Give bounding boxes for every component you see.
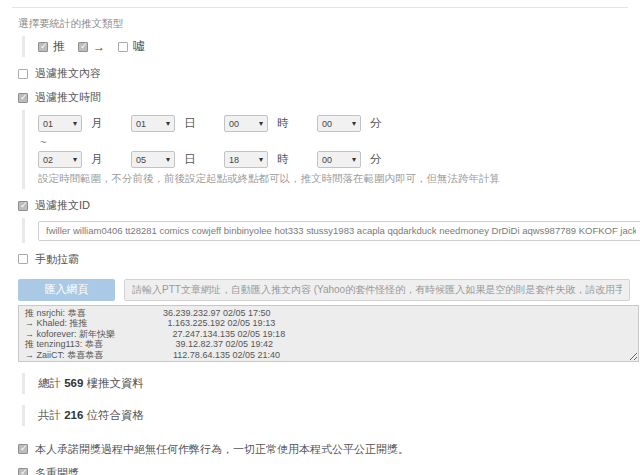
hour-unit-label: 時 xyxy=(277,152,289,167)
chevron-down-icon: ▾ xyxy=(166,156,170,164)
qualified-count: 216 xyxy=(64,409,83,421)
boo-checkbox[interactable] xyxy=(118,42,128,52)
manual-label: 手動拉霸 xyxy=(35,252,79,267)
hour-unit-label: 時 xyxy=(277,116,289,131)
to-day-select[interactable]: 05 ▾ xyxy=(131,151,175,168)
time-range-block: 01 ▾ 月 01 ▾ 日 00 ▾ 時 xyxy=(22,110,630,189)
chevron-down-icon: ▾ xyxy=(352,156,356,164)
from-day-select[interactable]: 01 ▾ xyxy=(131,115,175,132)
top-divider xyxy=(12,7,628,8)
time-from-row: 01 ▾ 月 01 ▾ 日 00 ▾ 時 xyxy=(38,115,630,132)
minute-unit-label: 分 xyxy=(370,116,382,131)
from-hour-select[interactable]: 00 ▾ xyxy=(224,115,268,132)
time-to-row: 02 ▾ 月 05 ▾ 日 18 ▾ 時 xyxy=(38,151,630,168)
multi-draw-checkbox[interactable] xyxy=(18,468,28,475)
type-option-arrow[interactable]: → xyxy=(78,40,105,54)
to-hour-select[interactable]: 18 ▾ xyxy=(224,151,268,168)
to-month-select[interactable]: 02 ▾ xyxy=(38,151,82,168)
chevron-down-icon: ▾ xyxy=(73,120,77,128)
multi-draw-label: 多重開獎 xyxy=(35,466,79,475)
manual-row: 手動拉霸 xyxy=(18,252,630,267)
id-filter-checkbox[interactable] xyxy=(18,201,28,211)
id-list-block xyxy=(22,218,630,243)
manual-checkbox[interactable] xyxy=(18,254,28,264)
type-option-boo[interactable]: 噓 xyxy=(118,38,145,55)
chevron-down-icon: ▾ xyxy=(352,120,356,128)
pledge-checkbox[interactable] xyxy=(18,444,28,454)
push-type-block: 推 → 噓 xyxy=(22,36,630,57)
time-range-hint: 設定時間範圍，不分前後，前後設定起點或終點都可以，推文時間落在範圍內即可，但無法… xyxy=(38,172,630,186)
import-row: 匯入網頁 xyxy=(18,279,630,301)
content-filter-checkbox[interactable] xyxy=(18,69,28,79)
import-page-button[interactable]: 匯入網頁 xyxy=(18,279,115,301)
id-filter-row: 過濾推文ID xyxy=(18,198,630,213)
to-minute-select[interactable]: 00 ▾ xyxy=(317,151,361,168)
id-list-input[interactable] xyxy=(38,221,640,241)
minute-unit-label: 分 xyxy=(370,152,382,167)
arrow-checkbox[interactable] xyxy=(78,42,88,52)
total-pushes-count: 569 xyxy=(64,377,83,389)
time-filter-label: 過濾推文時間 xyxy=(35,90,101,105)
day-unit-label: 日 xyxy=(184,116,196,131)
pledge-row: 本人承諾開獎過程中絕無任何作弊行為，一切正常使用本程式公平公正開獎。 xyxy=(18,442,630,457)
total-pushes-stat: 總計 569 樓推文資料 xyxy=(22,373,630,394)
qualified-stat: 共計 216 位符合資格 xyxy=(22,405,630,426)
month-unit-label: 月 xyxy=(91,152,103,167)
multi-draw-row: 多重開獎 xyxy=(18,466,630,475)
content-filter-row: 過濾推文內容 xyxy=(18,66,630,81)
article-url-input[interactable] xyxy=(124,279,630,301)
time-filter-row: 過濾推文時間 xyxy=(18,90,630,105)
range-tilde: ~ xyxy=(40,136,630,148)
lottery-form: 選擇要統計的推文類型 推 → 噓 過濾推文內容 過濾推文時間 xyxy=(0,7,640,475)
day-unit-label: 日 xyxy=(184,152,196,167)
from-minute-select[interactable]: 00 ▾ xyxy=(317,115,361,132)
push-type-section-label: 選擇要統計的推文類型 xyxy=(18,17,630,31)
time-filter-checkbox[interactable] xyxy=(18,93,28,103)
arrow-label: → xyxy=(93,40,105,54)
id-filter-label: 過濾推文ID xyxy=(35,198,90,213)
chevron-down-icon: ▾ xyxy=(259,156,263,164)
push-content-textarea[interactable]: 推 nsrjchi: 恭喜 36.239.232.97 02/05 17:50 … xyxy=(18,305,639,362)
push-type-options: 推 → 噓 xyxy=(38,38,630,55)
chevron-down-icon: ▾ xyxy=(73,156,77,164)
chevron-down-icon: ▾ xyxy=(259,120,263,128)
type-option-push[interactable]: 推 xyxy=(38,38,65,55)
push-checkbox[interactable] xyxy=(38,42,48,52)
push-label: 推 xyxy=(53,38,65,55)
pledge-label: 本人承諾開獎過程中絕無任何作弊行為，一切正常使用本程式公平公正開獎。 xyxy=(35,442,409,457)
from-month-select[interactable]: 01 ▾ xyxy=(38,115,82,132)
chevron-down-icon: ▾ xyxy=(166,120,170,128)
boo-label: 噓 xyxy=(133,38,145,55)
month-unit-label: 月 xyxy=(91,116,103,131)
content-filter-label: 過濾推文內容 xyxy=(35,66,101,81)
